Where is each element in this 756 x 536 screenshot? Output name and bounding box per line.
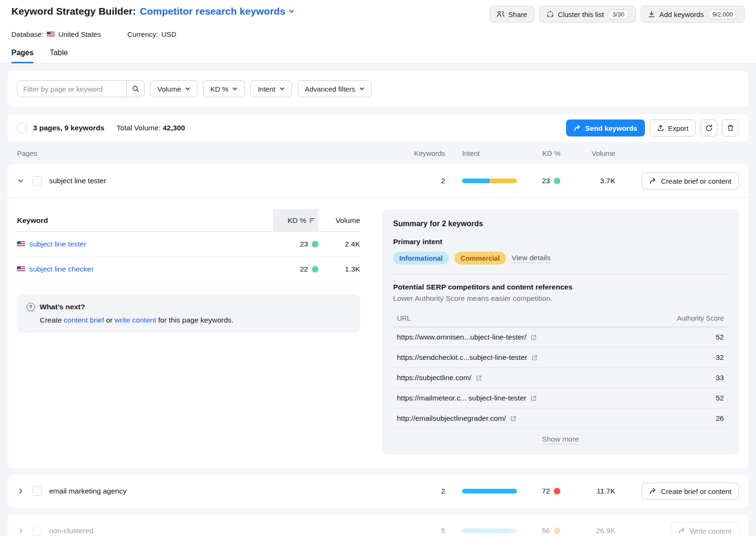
external-link-icon[interactable] [530,395,537,402]
expand-chevron-icon[interactable] [17,487,25,495]
list-name-dropdown[interactable]: Competitor research keywords [140,6,295,17]
col-kd-sorted[interactable]: KD % [273,209,318,232]
chevron-down-icon [288,8,295,15]
volume-value: 2.4K [318,240,360,248]
cluster-list-button[interactable]: Cluster this list 3/30 [539,6,636,23]
row-checkbox[interactable] [32,176,42,186]
keyword-panel: Keyword KD % Volume subject line tester [17,209,360,455]
whats-next-mid: or [104,316,114,324]
export-label: Export [668,124,688,132]
keyword-row: subject line tester 23 2.4K [17,232,360,257]
expand-chevron-icon[interactable] [17,527,25,535]
tab-table[interactable]: Table [50,49,68,63]
us-flag-icon [47,32,55,37]
volume-value: 11.7K [560,487,615,495]
authority-score: 52 [716,394,724,402]
total-volume-label: Total Volume: [117,124,161,132]
sort-desc-icon [309,218,316,223]
selection-summary: 3 pages, 9 keywords [33,124,104,132]
volume-value: 1.3K [318,265,360,273]
send-arrow-icon [649,177,657,185]
external-link-icon[interactable] [531,354,538,361]
search-button[interactable] [126,81,144,97]
send-arrow-icon [574,124,581,132]
selection-toolbar: 3 pages, 9 keywords Total Volume: 42,300… [8,114,748,142]
refresh-button[interactable] [700,119,717,136]
export-button[interactable]: Export [650,119,696,136]
chevron-down-icon [185,86,190,92]
url-text: https://sendcheckit.c...subject-line-tes… [397,353,527,362]
currency-value: USD [161,30,176,38]
send-arrow-icon [678,527,686,535]
currency-meta: Currency: USD [127,30,176,38]
page-name: subject line tester [49,177,106,185]
url-text: https://mailmeteor.c... subject-line-tes… [397,394,526,402]
download-icon [648,10,655,18]
url-row: https://sendcheckit.c...subject-line-tes… [393,348,728,368]
search-input[interactable] [17,81,126,97]
view-details-link[interactable]: View details [512,254,550,263]
share-icon [497,10,505,18]
create-brief-label: Create brief or content [661,487,731,495]
advanced-filters-label: Advanced filters [305,85,355,93]
us-flag-icon [17,266,25,272]
delete-button[interactable] [722,119,739,136]
external-link-icon[interactable] [475,374,482,382]
kd-value: 23 [300,240,308,248]
informational-badge: Informational [393,252,449,264]
content-brief-link[interactable]: content brief [64,316,104,324]
summary-panel: Summary for 2 keywords Primary intent In… [382,209,739,455]
whats-next-post: for this page keywords. [156,316,233,324]
external-link-icon[interactable] [530,334,537,341]
question-circle-icon: ? [26,303,35,311]
kd-value: 23 [542,177,550,185]
kd-dot [312,266,318,272]
total-volume-value: 42,300 [163,124,185,132]
create-brief-button[interactable]: Create brief or content [642,483,739,500]
intent-filter-dropdown[interactable]: Intent [250,80,292,97]
url-row: https://mailmeteor.c... subject-line-tes… [393,388,728,408]
share-button[interactable]: Share [490,6,534,23]
volume-filter-dropdown[interactable]: Volume [150,80,198,97]
search-box [17,80,145,97]
cluster-label: Cluster this list [558,10,604,18]
table-row: email marketing agency 2 72 11.7K Create… [8,475,748,508]
write-content-link[interactable]: write content [115,316,156,324]
col-volume: Volume [560,149,615,157]
col-volume: Volume [318,216,360,225]
kd-filter-dropdown[interactable]: KD % [203,80,245,97]
url-text: https://subjectline.com/ [397,374,472,382]
whats-next-pre: Create [40,316,64,324]
whats-next-box: ? What’s next? Create content brief or w… [17,294,360,333]
select-all-checkbox[interactable] [17,123,26,133]
external-link-icon[interactable] [510,415,517,422]
serp-title: Potential SERP competitors and content r… [393,283,728,291]
send-keywords-button[interactable]: Send keywords [566,119,645,136]
tab-pages[interactable]: Pages [11,49,34,63]
serp-subtitle: Lower Authority Score means easier compe… [393,294,728,303]
create-brief-button[interactable]: Create brief or content [642,172,739,189]
chevron-down-icon [359,86,365,92]
primary-intent-label: Primary intent [393,238,728,246]
keyword-link[interactable]: subject line tester [29,240,86,248]
us-flag-icon [17,241,25,247]
page-name: email marketing agency [49,487,127,495]
whats-next-text: Create content brief or write content fo… [40,316,351,324]
url-text: https://www.omnisen...ubject-line-tester… [397,333,526,341]
kd-value: 72 [542,487,550,495]
row-checkbox[interactable] [32,526,42,536]
row-checkbox[interactable] [32,486,42,496]
table-column-headers: Pages Keywords Intent KD % Volume [8,142,748,164]
show-more-link[interactable]: Show more [542,435,579,444]
url-text: http://emailsubjectlinegrader.com/ [397,414,506,423]
advanced-filters-dropdown[interactable]: Advanced filters [298,80,372,97]
trash-icon [727,124,734,132]
keyword-link[interactable]: subject line checker [29,265,94,273]
collapse-chevron-icon[interactable] [17,177,25,185]
write-content-button[interactable]: Write content [670,522,739,536]
kd-dot [312,241,318,247]
keyword-table-header: Keyword KD % Volume [17,209,360,232]
authority-score: 32 [716,353,724,362]
kd-dot [554,178,560,184]
add-keywords-button[interactable]: Add keywords 9/2,000 [641,6,745,23]
